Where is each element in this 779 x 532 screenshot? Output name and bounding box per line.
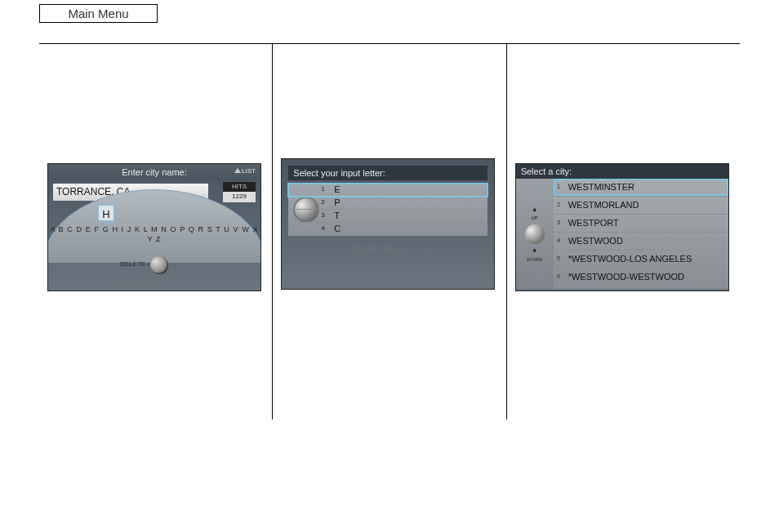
- s2-nums: 1 2 3 4 5 6 7 8 9 0 & - . , / : ( ): [282, 246, 494, 255]
- dial-knob-icon[interactable]: [525, 224, 545, 244]
- screen-enter-city: Enter city name: LIST TORRANCE, CA_ HITS…: [47, 163, 261, 291]
- s2-list: 1E 2P 3T 4C: [288, 184, 487, 236]
- up-triangle-icon: [234, 168, 241, 173]
- number-row: 1 2 3 4 5 6 7 8 9 0 & - . , / : ( ): [48, 278, 260, 287]
- columns: This is helpful if the street runs throu…: [39, 44, 740, 419]
- delete-label[interactable]: DELETE ◁: [120, 260, 152, 269]
- main-menu-link[interactable]: Main Menu: [39, 4, 158, 23]
- s3-list: 1WESTMINSTER 2WESTMORLAND 3WESTPORT 4WES…: [554, 179, 728, 289]
- letter-row[interactable]: A B C D E F G H I J K L M N O P Q R S T …: [47, 224, 261, 244]
- letter-row-1[interactable]: 1E: [288, 184, 487, 197]
- s3-controls: ▲UP ▼DOWN: [516, 179, 554, 289]
- letter-row-2[interactable]: 2P: [288, 197, 487, 210]
- s1-header: Enter city name:: [48, 164, 260, 181]
- s2-title: Select your input letter:: [288, 166, 487, 181]
- letter-row-4[interactable]: 4C: [288, 223, 487, 236]
- col-2: If the system does not find an exact mat…: [272, 44, 505, 419]
- city-row-2[interactable]: 2WESTMORLAND: [554, 197, 728, 215]
- up-arrow-icon[interactable]: ▲UP: [531, 206, 537, 221]
- city-row-4[interactable]: 4WESTWOOD: [554, 233, 728, 250]
- col-3: The city you are in is displayed on the …: [506, 44, 740, 419]
- col-1: This is helpful if the street runs throu…: [39, 44, 272, 419]
- screen-select-city: Select a city: ▲UP ▼DOWN 1WESTMINSTER 2W…: [515, 163, 729, 291]
- letter-callout: H: [97, 204, 115, 222]
- city-row-3[interactable]: 3WESTPORT: [554, 215, 728, 233]
- hits-counter: HITS 1229: [223, 182, 256, 203]
- down-arrow-icon[interactable]: ▼DOWN: [527, 247, 542, 263]
- city-row-1[interactable]: 1WESTMINSTER: [554, 179, 728, 197]
- letter-row-3[interactable]: 3T: [288, 210, 487, 223]
- screen-select-letter: Select your input letter: 1E 2P 3T 4C 1 …: [281, 158, 495, 290]
- dial-knob-icon[interactable]: [150, 256, 168, 274]
- s3-title: Select a city:: [516, 164, 728, 180]
- city-row-6[interactable]: 6*WESTWOOD-WESTWOOD: [554, 268, 728, 286]
- city-row-5[interactable]: 5*WESTWOOD-LOS ANGELES: [554, 250, 728, 268]
- list-button[interactable]: LIST: [234, 167, 256, 176]
